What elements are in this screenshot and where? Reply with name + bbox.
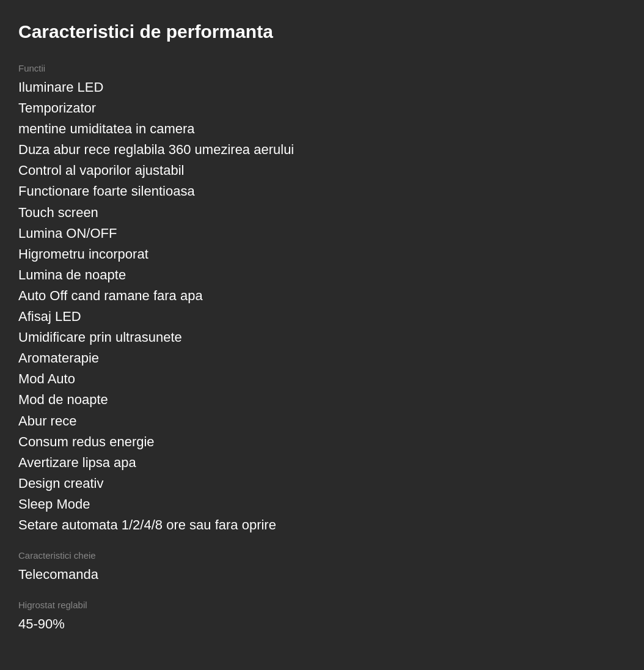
feature-item-0-0: Iluminare LED	[18, 77, 626, 98]
section-label-functii: Functii	[18, 63, 626, 73]
feature-item-0-8: Higrometru incorporat	[18, 244, 626, 265]
feature-item-0-13: Aromaterapie	[18, 348, 626, 369]
feature-item-1-0: Telecomanda	[18, 564, 626, 585]
feature-item-0-1: Temporizator	[18, 98, 626, 119]
feature-item-0-11: Afisaj LED	[18, 306, 626, 327]
feature-item-0-16: Abur rece	[18, 411, 626, 432]
feature-item-0-9: Lumina de noapte	[18, 265, 626, 285]
feature-item-0-7: Lumina ON/OFF	[18, 223, 626, 244]
section-functii: FunctiiIluminare LEDTemporizatormentine …	[18, 63, 626, 536]
feature-item-0-12: Umidificare prin ultrasunete	[18, 327, 626, 348]
section-higrostat-reglabil: Higrostat reglabil45-90%	[18, 600, 626, 635]
feature-item-0-21: Setare automata 1/2/4/8 ore sau fara opr…	[18, 515, 626, 536]
feature-item-0-20: Sleep Mode	[18, 494, 626, 515]
feature-item-0-15: Mod de noapte	[18, 389, 626, 410]
feature-item-2-0: 45-90%	[18, 614, 626, 635]
feature-item-0-18: Avertizare lipsa apa	[18, 452, 626, 473]
feature-item-0-2: mentine umiditatea in camera	[18, 119, 626, 139]
feature-item-0-19: Design creativ	[18, 473, 626, 494]
page-title: Caracteristici de performanta	[18, 20, 626, 43]
feature-item-0-5: Functionare foarte silentioasa	[18, 181, 626, 202]
feature-item-0-10: Auto Off cand ramane fara apa	[18, 285, 626, 306]
section-caracteristici-cheie: Caracteristici cheieTelecomanda	[18, 550, 626, 585]
feature-item-0-6: Touch screen	[18, 202, 626, 223]
feature-item-0-3: Duza abur rece reglabila 360 umezirea ae…	[18, 139, 626, 160]
section-label-caracteristici-cheie: Caracteristici cheie	[18, 550, 626, 561]
section-label-higrostat-reglabil: Higrostat reglabil	[18, 600, 626, 610]
feature-item-0-17: Consum redus energie	[18, 432, 626, 452]
feature-item-0-4: Control al vaporilor ajustabil	[18, 160, 626, 181]
feature-item-0-14: Mod Auto	[18, 369, 626, 389]
